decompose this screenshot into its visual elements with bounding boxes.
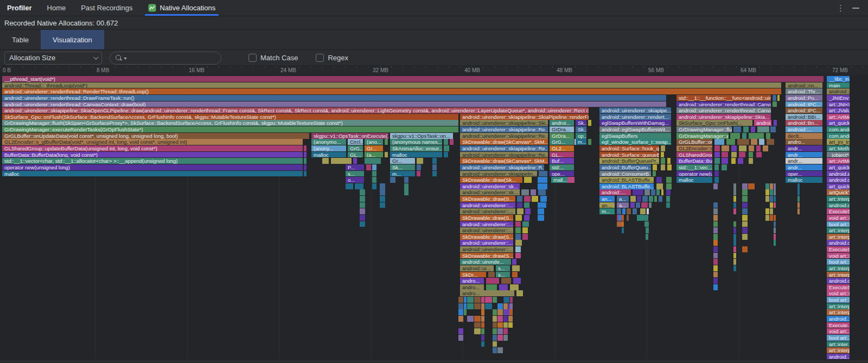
- flame-bar[interactable]: [742, 227, 748, 233]
- flame-bar[interactable]: [481, 309, 484, 315]
- flame-bar[interactable]: [756, 145, 761, 151]
- flame-bar[interactable]: android::Po...: [786, 95, 822, 101]
- flame-bar[interactable]: [488, 272, 495, 278]
- flame-bar[interactable]: [522, 234, 528, 240]
- flame-bar[interactable]: art::interp...: [827, 303, 850, 309]
- flame-bar[interactable]: [380, 183, 385, 189]
- flame-bar[interactable]: [322, 158, 329, 164]
- flame-bar[interactable]: android::IPC...: [786, 107, 822, 113]
- flame-bar[interactable]: andr...: [786, 145, 822, 151]
- flame-bar[interactable]: operator new(un...: [676, 171, 712, 177]
- flame-bar[interactable]: [497, 309, 503, 315]
- flame-bar[interactable]: [666, 183, 672, 189]
- flame-bar[interactable]: [360, 202, 365, 208]
- flame-bar[interactable]: [649, 196, 653, 202]
- flame-bar[interactable]: operator new(unsigned long): [2, 164, 303, 170]
- flame-bar[interactable]: [656, 183, 663, 189]
- flame-bar[interactable]: android::Bn...: [786, 120, 822, 126]
- flame-bar[interactable]: [515, 240, 522, 246]
- flame-bar[interactable]: [656, 189, 660, 195]
- flame-bar[interactable]: [464, 303, 467, 309]
- flame-bar[interactable]: [515, 227, 521, 233]
- flame-bar[interactable]: [360, 189, 365, 195]
- flame-bar[interactable]: [713, 234, 718, 240]
- flame-bar[interactable]: [513, 278, 521, 284]
- flame-bar[interactable]: art::interp...: [827, 309, 850, 315]
- flame-bar[interactable]: SkDrawable::draw(S...: [460, 215, 513, 221]
- flame-bar[interactable]: SkDrawable::draw(S...: [460, 196, 515, 202]
- flame-bar[interactable]: andr...: [786, 152, 822, 158]
- flame-bar[interactable]: [627, 208, 631, 214]
- flame-bar[interactable]: SkDrawable::draw(SkCanvas*, SkM...: [460, 158, 548, 164]
- flame-bar[interactable]: [485, 303, 492, 309]
- flame-bar[interactable]: [467, 303, 474, 309]
- flame-bar[interactable]: eglSwapBuffersWithDamag...: [599, 120, 671, 126]
- flame-bar[interactable]: [331, 158, 352, 164]
- flame-bar[interactable]: [733, 202, 736, 208]
- flame-bar[interactable]: [738, 158, 743, 164]
- flame-bar[interactable]: [524, 215, 529, 221]
- flame-bar[interactable]: Execute...: [827, 322, 850, 328]
- flame-bar[interactable]: [661, 189, 663, 195]
- flame-bar[interactable]: [773, 95, 776, 101]
- flame-bar[interactable]: [588, 120, 591, 126]
- flame-chart[interactable]: __pthread_start(void*)__libc_initandroid…: [0, 75, 868, 359]
- flame-bar[interactable]: androi...: [754, 120, 771, 126]
- flame-bar[interactable]: [512, 265, 520, 271]
- flame-bar[interactable]: [733, 227, 736, 233]
- flame-bar[interactable]: [653, 171, 656, 177]
- flame-bar[interactable]: [499, 284, 508, 290]
- flame-bar[interactable]: android::BufferQueuePr...: [599, 158, 659, 164]
- flame-bar[interactable]: [532, 196, 538, 202]
- flame-bar[interactable]: Sk...: [576, 126, 586, 132]
- flame-bar[interactable]: [774, 221, 776, 227]
- flame-bar[interactable]: art::JNI<tru...: [827, 101, 850, 107]
- flame-bar[interactable]: [637, 196, 641, 202]
- flame-bar[interactable]: [653, 164, 657, 170]
- flame-bar[interactable]: [739, 145, 746, 151]
- flame-bar[interactable]: [510, 297, 513, 303]
- search-input[interactable]: [128, 54, 209, 62]
- flame-bar[interactable]: GrDra...: [550, 126, 574, 132]
- flame-bar[interactable]: m...: [390, 171, 415, 177]
- flame-bar[interactable]: art::ArtMet...: [827, 158, 850, 164]
- flame-bar[interactable]: Buf...: [550, 158, 574, 164]
- flame-bar[interactable]: [713, 215, 718, 221]
- flame-bar[interactable]: std::__1::vec...: [676, 164, 712, 170]
- flame-bar[interactable]: [756, 152, 762, 158]
- flame-bar[interactable]: [774, 189, 776, 195]
- flame-bar[interactable]: andro...: [460, 278, 484, 284]
- allocation-size-dropdown[interactable]: Allocation Size: [4, 52, 102, 65]
- flame-bar[interactable]: [661, 145, 665, 151]
- flame-bar[interactable]: [481, 316, 484, 322]
- flame-bar[interactable]: [651, 189, 655, 195]
- flame-bar[interactable]: [464, 297, 467, 303]
- flame-bar[interactable]: Gr...: [365, 145, 383, 151]
- flame-bar[interactable]: [742, 183, 748, 189]
- flame-bar[interactable]: [516, 290, 523, 296]
- flame-bar[interactable]: [524, 196, 531, 202]
- flame-bar[interactable]: [538, 177, 547, 183]
- flame-bar[interactable]: [713, 240, 718, 246]
- flame-bar[interactable]: android::uirenderer::renderthread::Canva…: [676, 107, 771, 113]
- flame-bar[interactable]: [444, 139, 448, 145]
- flame-bar[interactable]: [713, 284, 718, 290]
- flame-bar[interactable]: [713, 202, 718, 208]
- flame-bar[interactable]: [751, 139, 757, 145]
- flame-bar[interactable]: [521, 189, 529, 195]
- flame-bar[interactable]: android::Surface::queueB...: [599, 152, 659, 158]
- flame-bar[interactable]: [474, 322, 481, 328]
- flame-bar[interactable]: [713, 208, 718, 214]
- flame-bar[interactable]: GL2...: [550, 145, 574, 151]
- flame-bar[interactable]: eglSwapBuffers: [599, 133, 671, 139]
- flame-bar[interactable]: [733, 183, 736, 189]
- flame-bar[interactable]: android::uirenderer::renderthread::Canva…: [2, 101, 666, 107]
- flame-bar[interactable]: android::uirende...: [460, 259, 511, 265]
- flame-bar[interactable]: [304, 171, 307, 177]
- flame-bar[interactable]: [497, 347, 503, 353]
- flame-bar[interactable]: [617, 208, 621, 214]
- flame-bar[interactable]: [731, 145, 737, 151]
- flame-bar[interactable]: [733, 126, 741, 132]
- flame-bar[interactable]: android::BLASTBuffe...: [599, 177, 654, 183]
- flame-bar[interactable]: [774, 183, 776, 189]
